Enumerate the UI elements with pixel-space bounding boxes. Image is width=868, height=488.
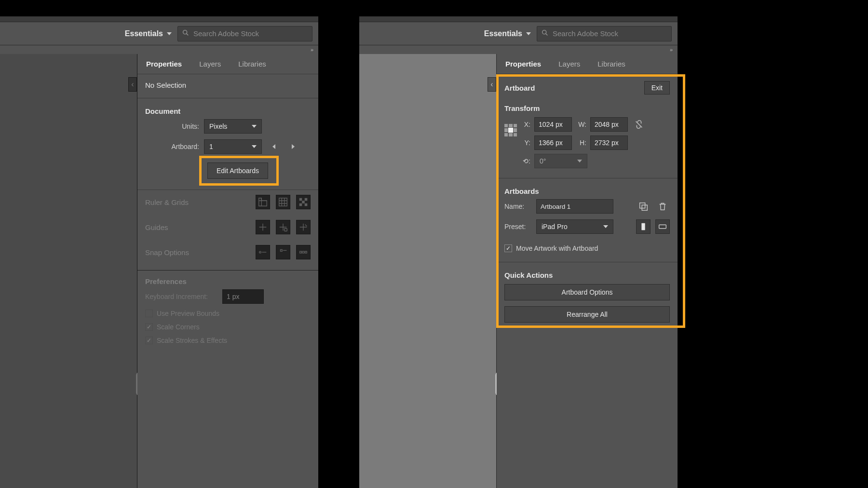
artboard-label: Artboard: <box>145 143 199 150</box>
scale-corners-checkbox[interactable]: Scale Corners <box>137 320 318 334</box>
svg-line-15 <box>546 34 548 36</box>
svg-rect-3 <box>299 198 302 201</box>
tab-properties[interactable]: Properties <box>497 54 550 74</box>
svg-rect-12 <box>302 251 304 253</box>
transform-y-input[interactable]: 1366 px <box>534 136 572 150</box>
tab-libraries[interactable]: Libraries <box>230 54 275 74</box>
svg-rect-17 <box>640 203 645 208</box>
ruler-grids-heading: Ruler & Grids <box>145 198 189 206</box>
rearrange-all-button[interactable]: Rearrange All <box>504 306 670 323</box>
right-screenshot: Essentials Search Adobe Stock » ‹ Proper… <box>359 16 678 488</box>
svg-point-0 <box>183 30 187 34</box>
kbd-increment-input[interactable]: 1 px <box>222 289 264 304</box>
properties-panel: Properties Layers Libraries No Selection… <box>137 54 318 488</box>
search-placeholder: Search Adobe Stock <box>193 29 259 38</box>
guides-lock-icon[interactable] <box>276 220 290 234</box>
exit-artboard-button[interactable]: Exit <box>644 81 670 95</box>
workspace-label: Essentials <box>484 29 522 38</box>
artboard-preset-select[interactable]: iPad Pro <box>536 219 613 234</box>
snap-pixel-icon[interactable] <box>296 245 311 259</box>
chevron-down-icon <box>526 32 531 35</box>
new-artboard-icon[interactable] <box>636 199 651 214</box>
units-select[interactable]: Pixels <box>204 119 262 134</box>
tab-properties[interactable]: Properties <box>137 54 190 74</box>
tab-layers[interactable]: Layers <box>190 54 230 74</box>
orientation-landscape-icon[interactable] <box>655 219 670 234</box>
svg-rect-13 <box>305 251 307 253</box>
search-input[interactable]: Search Adobe Stock <box>537 26 672 41</box>
panel-collapse-strip: » <box>359 45 678 54</box>
transparency-grid-icon[interactable] <box>296 195 311 209</box>
canvas-area[interactable]: ‹ <box>0 54 137 488</box>
selection-status: No Selection <box>137 74 318 96</box>
snap-grid-icon[interactable] <box>276 245 290 259</box>
smart-guides-icon[interactable] <box>296 220 311 234</box>
svg-point-9 <box>259 251 261 253</box>
svg-rect-2 <box>279 198 287 206</box>
top-app-bar: Essentials Search Adobe Stock <box>0 22 318 45</box>
panel-tabs: Properties Layers Libraries <box>497 54 678 74</box>
artboard-index-select[interactable]: 1 <box>204 139 262 154</box>
svg-rect-20 <box>659 225 666 228</box>
edit-artboards-button[interactable]: Edit Artboards <box>207 163 268 179</box>
svg-rect-6 <box>299 203 302 206</box>
scale-strokes-checkbox[interactable]: Scale Strokes & Effects <box>137 334 318 347</box>
quick-actions-heading: Quick Actions <box>497 264 678 280</box>
transform-x-input[interactable]: 1024 px <box>534 117 572 132</box>
canvas-area[interactable]: ‹ <box>359 54 497 488</box>
workspace-label: Essentials <box>125 29 163 38</box>
tab-layers[interactable]: Layers <box>550 54 589 74</box>
svg-point-14 <box>542 30 546 34</box>
artboard-options-button[interactable]: Artboard Options <box>504 284 670 300</box>
workspace-switcher[interactable]: Essentials <box>125 29 172 38</box>
chevron-down-icon <box>252 125 257 128</box>
panel-collapse-handle[interactable]: ‹ <box>488 77 496 92</box>
triangle-left-icon <box>272 144 275 149</box>
chevron-down-icon <box>252 145 257 148</box>
svg-rect-8 <box>285 229 287 231</box>
reference-point-selector[interactable] <box>504 117 517 136</box>
move-artwork-checkbox[interactable]: Move Artwork with Artboard <box>497 237 678 255</box>
search-input[interactable]: Search Adobe Stock <box>177 26 312 41</box>
chevron-down-icon <box>167 32 172 35</box>
svg-rect-5 <box>302 201 305 203</box>
window-chrome <box>359 16 678 22</box>
guides-toggle-icon[interactable] <box>256 220 270 234</box>
transform-heading: Transform <box>497 97 678 113</box>
checkbox-checked-icon <box>145 323 153 331</box>
workspace-switcher[interactable]: Essentials <box>484 29 531 38</box>
chevron-down-icon <box>577 160 582 163</box>
search-icon <box>541 29 549 38</box>
use-preview-bounds-checkbox[interactable]: Use Preview Bounds <box>137 307 318 320</box>
svg-rect-7 <box>305 203 308 206</box>
left-screenshot: Essentials Search Adobe Stock » ‹ Proper… <box>0 16 318 488</box>
rotate-icon: ⟲: <box>520 157 530 165</box>
search-icon <box>182 29 190 38</box>
link-wh-icon[interactable] <box>632 117 646 132</box>
svg-rect-11 <box>300 251 302 253</box>
panel-collapse-handle[interactable]: ‹ <box>128 77 137 92</box>
grid-icon[interactable] <box>276 195 290 209</box>
next-artboard-button[interactable] <box>286 139 300 154</box>
transform-rotate-input[interactable]: 0° <box>534 154 587 168</box>
svg-rect-4 <box>305 198 308 201</box>
properties-panel: Properties Layers Libraries Artboard Exi… <box>497 54 678 488</box>
top-app-bar: Essentials Search Adobe Stock <box>359 22 678 45</box>
ruler-icon[interactable] <box>256 195 270 209</box>
transform-w-input[interactable]: 2048 px <box>590 117 628 132</box>
transform-h-input[interactable]: 2732 px <box>590 136 628 150</box>
chevron-down-icon <box>603 225 608 228</box>
units-label: Units: <box>145 122 199 130</box>
delete-artboard-icon[interactable] <box>655 199 670 214</box>
prev-artboard-button[interactable] <box>267 139 281 154</box>
snap-point-icon[interactable] <box>256 245 270 259</box>
kbd-increment-label: Keyboard Increment: <box>145 293 217 300</box>
search-placeholder: Search Adobe Stock <box>553 29 618 38</box>
orientation-portrait-icon[interactable] <box>636 219 651 234</box>
checkbox-checked-icon <box>504 244 512 252</box>
svg-rect-19 <box>641 223 645 230</box>
artboard-name-input[interactable] <box>536 199 613 214</box>
dimmed-sections: Ruler & Grids Guides <box>137 192 318 347</box>
tab-libraries[interactable]: Libraries <box>589 54 634 74</box>
context-label: Artboard <box>504 84 535 92</box>
